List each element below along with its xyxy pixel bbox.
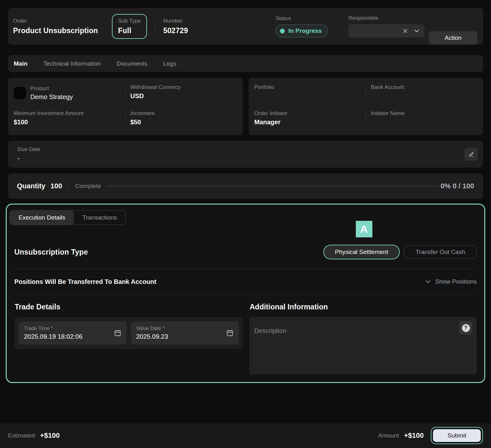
- tab-documents[interactable]: Documents: [117, 60, 147, 67]
- due-date-value: -: [18, 155, 465, 162]
- trade-details-card: Trade Time * 2025.09.19 18:02:06: [14, 317, 243, 349]
- quantity-value: 100: [50, 182, 62, 190]
- product-cell: Product Demo Strategy: [14, 84, 125, 102]
- positions-row: Positions Will Be Transferred To Bank Ac…: [7, 269, 484, 294]
- trade-details-heading: Trade Details: [15, 303, 243, 311]
- submit-button[interactable]: Submit: [433, 429, 481, 442]
- order-initiator-cell: Order Initiator Manager: [254, 110, 366, 128]
- due-date-label: Due Date: [18, 146, 465, 153]
- responsible-label: Responsible: [348, 15, 424, 21]
- minimum-investment-label: Minimum Investment Amount: [14, 110, 125, 117]
- header-divider: [155, 20, 155, 33]
- clear-icon[interactable]: [402, 28, 408, 34]
- progress-bar: [107, 186, 440, 186]
- product-value: Demo Strategy: [30, 93, 73, 101]
- execution-tabs: Execution Details Transactions: [7, 210, 484, 225]
- unsubscription-type-row: Unsubscription Type A Physical Settlemen…: [7, 245, 484, 259]
- number-value: 502729: [163, 26, 188, 35]
- tab-execution-details[interactable]: Execution Details: [10, 211, 74, 225]
- details-columns: Trade Details Trade Time * 2025.09.19 18…: [7, 300, 484, 374]
- question-mark-icon: ?: [462, 324, 470, 332]
- product-card: Product Demo Strategy Withdrawal Currenc…: [8, 78, 243, 135]
- subtype-field: Sub Type Full: [112, 14, 147, 39]
- tab-technical-information[interactable]: Technical Information: [43, 60, 101, 67]
- description-card: ?: [249, 317, 477, 374]
- status-badge: In Progress: [275, 25, 328, 37]
- trade-time-field[interactable]: Trade Time * 2025.09.19 18:02:06: [19, 322, 127, 344]
- edit-due-date-button[interactable]: [465, 148, 478, 161]
- portfolio-card: Portfolio Bank Account Order Initiator M…: [249, 78, 483, 135]
- status-label: Status: [275, 15, 328, 22]
- action-button[interactable]: Action: [429, 31, 477, 45]
- main-tabbar: Main Technical Information Documents Log…: [8, 55, 483, 72]
- withdrawal-currency-value: USD: [130, 92, 237, 100]
- trade-time-value: 2025.09.19 18:02:06: [24, 333, 121, 340]
- info-cards-row: Product Demo Strategy Withdrawal Currenc…: [8, 78, 483, 135]
- unsubscription-type-heading: Unsubscription Type: [14, 248, 88, 257]
- order-label: Order: [13, 18, 98, 24]
- number-label: Number: [163, 18, 188, 24]
- order-title: Product Unsubscription: [13, 26, 98, 35]
- annotation-badge-a: A: [356, 221, 372, 237]
- tab-transactions[interactable]: Transactions: [74, 211, 126, 225]
- calendar-icon[interactable]: [114, 329, 121, 337]
- estimated-label: Estimated: [8, 432, 35, 439]
- initiator-name-cell: Initiator Name: [366, 110, 477, 128]
- transfer-out-cash-button[interactable]: Transfer Out Cash: [404, 245, 477, 259]
- value-date-label: Value Date *: [136, 326, 165, 331]
- product-label: Product: [30, 85, 73, 92]
- order-initiator-value: Manager: [254, 119, 366, 126]
- chevron-down-icon: [425, 278, 431, 285]
- initiator-name-label: Initiator Name: [371, 110, 477, 117]
- tab-main[interactable]: Main: [14, 60, 27, 67]
- progress-text: 0% 0 / 100: [441, 182, 474, 190]
- number-field: Number 502729: [163, 18, 188, 35]
- quantity-divider: [69, 182, 69, 190]
- subtype-value: Full: [118, 26, 141, 35]
- help-button[interactable]: ?: [459, 321, 473, 335]
- status-value: In Progress: [288, 27, 322, 34]
- withdrawal-currency-label: Withdrawal Currency: [130, 84, 237, 90]
- amount-label: Amount: [378, 432, 399, 439]
- increment-cell: Increment $50: [125, 110, 237, 128]
- show-positions-toggle[interactable]: Show Positions: [425, 278, 477, 285]
- submit-highlight: Submit: [431, 427, 483, 444]
- product-logo: [14, 87, 26, 99]
- show-positions-label: Show Positions: [435, 278, 477, 285]
- responsible-field: Responsible: [348, 15, 424, 38]
- complete-label: Complete: [75, 183, 101, 190]
- physical-settlement-button[interactable]: Physical Settlement: [323, 245, 400, 259]
- additional-info-column: Additional Information ?: [249, 300, 477, 374]
- chevron-down-icon[interactable]: [414, 28, 420, 34]
- due-date-card: Due Date -: [8, 141, 483, 168]
- increment-value: $50: [130, 119, 237, 126]
- portfolio-label: Portfolio: [254, 84, 366, 90]
- responsible-select[interactable]: [348, 24, 424, 38]
- order-page: Order Product Unsubscription Sub Type Fu…: [0, 0, 491, 391]
- tab-logs[interactable]: Logs: [163, 60, 176, 67]
- order-initiator-label: Order Initiator: [254, 110, 366, 117]
- status-field: Status In Progress: [275, 15, 328, 37]
- footer-bar: Estimated +$100 Amount +$100 Submit: [0, 423, 491, 448]
- order-field: Order Product Unsubscription: [13, 18, 98, 35]
- value-date-field[interactable]: Value Date * 2025.09.23: [131, 322, 239, 344]
- estimated-value: +$100: [40, 431, 60, 440]
- amount-value: +$100: [404, 431, 424, 440]
- trade-details-column: Trade Details Trade Time * 2025.09.19 18…: [14, 300, 243, 374]
- value-date-value: 2025.09.23: [136, 333, 234, 340]
- calendar-icon[interactable]: [226, 329, 234, 337]
- bank-account-label: Bank Account: [371, 84, 477, 90]
- description-input[interactable]: [249, 317, 477, 374]
- portfolio-cell: Portfolio: [254, 84, 366, 102]
- trade-time-label: Trade Time *: [24, 326, 53, 331]
- positions-text: Positions Will Be Transferred To Bank Ac…: [14, 278, 156, 285]
- subtype-label: Sub Type: [118, 18, 141, 24]
- order-header: Order Product Unsubscription Sub Type Fu…: [8, 8, 483, 45]
- quantity-label: Quantity: [17, 182, 45, 190]
- withdrawal-currency-cell: Withdrawal Currency USD: [125, 84, 237, 102]
- minimum-investment-cell: Minimum Investment Amount $100: [14, 110, 125, 128]
- section-divider: [14, 294, 477, 294]
- execution-section: Execution Details Transactions Unsubscri…: [6, 204, 485, 383]
- minimum-investment-value: $100: [14, 119, 125, 126]
- status-dot-icon: [280, 29, 285, 33]
